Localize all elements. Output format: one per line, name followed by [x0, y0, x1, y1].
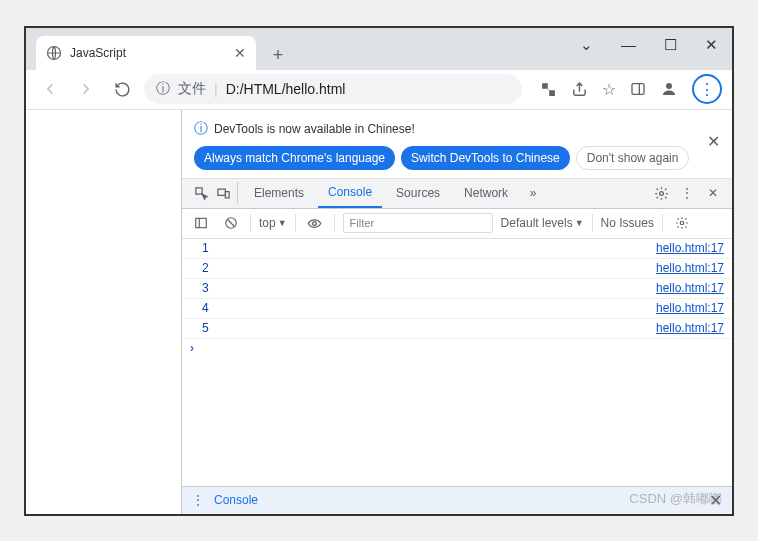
browser-tab[interactable]: JavaScript ✕ [36, 36, 256, 70]
switch-chinese-button[interactable]: Switch DevTools to Chinese [401, 146, 570, 170]
url-bar[interactable]: ⓘ 文件 | D:/HTML/hello.html [144, 74, 522, 104]
share-icon[interactable] [571, 81, 588, 98]
close-window-button[interactable]: ✕ [705, 36, 718, 54]
forward-button[interactable] [72, 75, 100, 103]
tab-sources[interactable]: Sources [386, 178, 450, 208]
settings-icon[interactable] [650, 182, 672, 204]
devtools-tab-bar: Elements Console Sources Network » ⋮ ✕ [182, 179, 732, 209]
match-language-button[interactable]: Always match Chrome's language [194, 146, 395, 170]
reload-button[interactable] [108, 75, 136, 103]
minimize-button[interactable]: — [621, 36, 636, 53]
log-value: 4 [202, 301, 209, 315]
svg-point-9 [313, 221, 317, 225]
log-value: 1 [202, 241, 209, 255]
globe-icon [46, 45, 62, 61]
filter-input[interactable] [343, 213, 493, 233]
close-tab-icon[interactable]: ✕ [234, 45, 246, 61]
dont-show-again-button[interactable]: Don't show again [576, 146, 690, 170]
maximize-button[interactable]: ☐ [664, 36, 677, 54]
url-text: D:/HTML/hello.html [226, 81, 346, 97]
info-icon: ⓘ [194, 120, 208, 138]
svg-rect-7 [196, 218, 207, 227]
log-value: 3 [202, 281, 209, 295]
svg-point-10 [680, 221, 684, 225]
log-row: 2 hello.html:17 [182, 259, 732, 279]
svg-point-6 [659, 191, 663, 195]
context-selector[interactable]: top ▼ [259, 216, 287, 230]
translate-icon[interactable] [540, 81, 557, 98]
svg-rect-5 [225, 191, 229, 197]
console-settings-icon[interactable] [671, 212, 693, 234]
banner-close-icon[interactable]: ✕ [707, 132, 720, 151]
address-bar: ⓘ 文件 | D:/HTML/hello.html ☆ ⋮ [26, 70, 732, 110]
log-value: 2 [202, 261, 209, 275]
issues-label[interactable]: No Issues [601, 216, 654, 230]
log-value: 5 [202, 321, 209, 335]
kebab-menu-icon[interactable]: ⋮ [676, 182, 698, 204]
console-toolbar: top ▼ Default levels ▼ No Issues [182, 209, 732, 239]
svg-point-2 [666, 83, 672, 89]
star-icon[interactable]: ☆ [602, 80, 616, 99]
chrome-menu-button[interactable]: ⋮ [692, 74, 722, 104]
info-icon[interactable]: ⓘ [156, 80, 170, 98]
inspect-icon[interactable] [190, 182, 212, 204]
more-tabs-icon[interactable]: » [522, 182, 544, 204]
log-source-link[interactable]: hello.html:17 [656, 281, 724, 295]
devtools-drawer: ⋮ Console ✕ [182, 486, 732, 514]
log-source-link[interactable]: hello.html:17 [656, 241, 724, 255]
log-row: 3 hello.html:17 [182, 279, 732, 299]
console-output: 1 hello.html:17 2 hello.html:17 3 hello.… [182, 239, 732, 486]
tab-network[interactable]: Network [454, 178, 518, 208]
file-label: 文件 [178, 80, 206, 98]
console-prompt[interactable]: › [182, 339, 732, 357]
tab-title: JavaScript [70, 46, 126, 60]
log-row: 1 hello.html:17 [182, 239, 732, 259]
banner-message: DevTools is now available in Chinese! [214, 122, 415, 136]
log-row: 5 hello.html:17 [182, 319, 732, 339]
back-button[interactable] [36, 75, 64, 103]
svg-rect-1 [632, 84, 644, 95]
drawer-console-tab[interactable]: Console [214, 493, 258, 507]
sidebar-toggle-icon[interactable] [190, 212, 212, 234]
log-row: 4 hello.html:17 [182, 299, 732, 319]
devtools-panel: ⓘ DevTools is now available in Chinese! … [181, 110, 732, 514]
device-toggle-icon[interactable] [216, 182, 238, 204]
devtools-close-icon[interactable]: ✕ [702, 182, 724, 204]
clear-console-icon[interactable] [220, 212, 242, 234]
devtools-banner: ⓘ DevTools is now available in Chinese! … [182, 110, 732, 179]
log-source-link[interactable]: hello.html:17 [656, 321, 724, 335]
page-viewport [26, 110, 181, 514]
levels-selector[interactable]: Default levels ▼ [501, 216, 584, 230]
tab-elements[interactable]: Elements [244, 178, 314, 208]
log-source-link[interactable]: hello.html:17 [656, 261, 724, 275]
new-tab-button[interactable]: + [264, 42, 292, 70]
live-expression-icon[interactable] [304, 212, 326, 234]
svg-rect-4 [218, 189, 226, 195]
profile-icon[interactable] [660, 80, 678, 98]
chevron-down-icon[interactable]: ⌄ [580, 36, 593, 54]
log-source-link[interactable]: hello.html:17 [656, 301, 724, 315]
drawer-close-icon[interactable]: ✕ [709, 491, 722, 510]
drawer-menu-icon[interactable]: ⋮ [192, 493, 204, 507]
tab-console[interactable]: Console [318, 178, 382, 208]
side-panel-icon[interactable] [630, 81, 646, 97]
